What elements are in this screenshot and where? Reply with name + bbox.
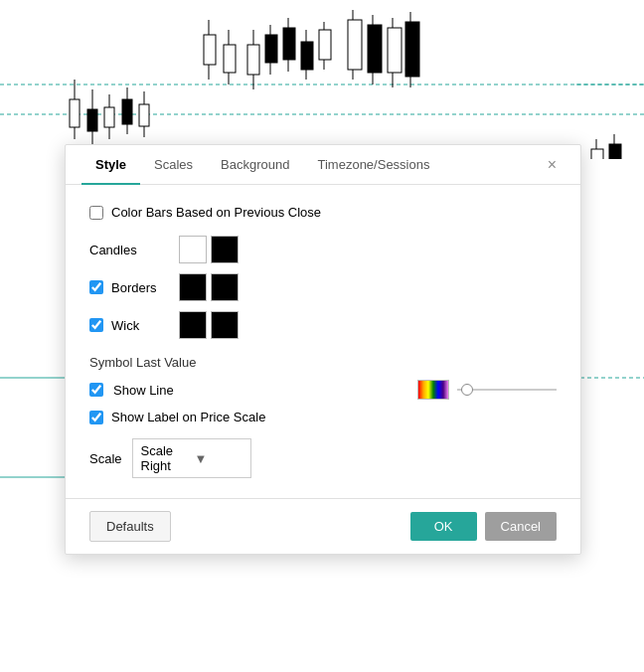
- candles-label-col: Candles: [89, 243, 179, 257]
- svg-rect-32: [388, 28, 402, 73]
- borders-swatches: [179, 273, 239, 301]
- show-line-label[interactable]: Show Line: [113, 383, 174, 398]
- candles-label: Candles: [89, 243, 137, 257]
- close-button[interactable]: ×: [540, 149, 564, 181]
- borders-label-col: Borders: [89, 280, 179, 295]
- show-label-row: Show Label on Price Scale: [89, 410, 557, 424]
- svg-rect-13: [204, 35, 216, 65]
- scale-value: Scale Right: [141, 443, 189, 473]
- opacity-slider[interactable]: [457, 389, 557, 391]
- borders-label[interactable]: Borders: [111, 280, 157, 295]
- scale-label: Scale: [89, 451, 122, 466]
- rainbow-color-swatch[interactable]: [417, 380, 449, 400]
- tab-timezone[interactable]: Timezone/Sessions: [304, 145, 444, 184]
- wick-swatches: [179, 311, 239, 339]
- svg-rect-22: [283, 28, 295, 60]
- borders-checkbox[interactable]: [89, 280, 103, 294]
- svg-rect-20: [265, 35, 277, 63]
- show-line-right-controls: [417, 380, 557, 400]
- tab-scales[interactable]: Scales: [140, 145, 207, 184]
- wick-checkbox[interactable]: [89, 318, 103, 332]
- candles-swatch-black[interactable]: [211, 236, 239, 263]
- color-bars-row: Color Bars Based on Previous Close: [89, 205, 557, 220]
- svg-rect-37: [591, 149, 603, 159]
- svg-rect-26: [319, 30, 331, 60]
- wick-swatch-black2[interactable]: [211, 311, 239, 339]
- symbol-last-value-section: Symbol Last Value: [89, 355, 557, 370]
- svg-rect-30: [368, 25, 382, 73]
- tab-style[interactable]: Style: [81, 145, 140, 184]
- wick-swatch-black1[interactable]: [179, 311, 207, 339]
- opacity-slider-container: [457, 389, 557, 391]
- modal-body: Color Bars Based on Previous Close Candl…: [66, 185, 580, 498]
- modal-footer: Defaults OK Cancel: [66, 498, 580, 554]
- svg-rect-39: [609, 144, 621, 159]
- symbol-last-value-label: Symbol Last Value: [89, 355, 196, 370]
- color-bars-label[interactable]: Color Bars Based on Previous Close: [111, 205, 321, 220]
- candlestick-chart: [0, 0, 644, 159]
- tabs-header: Style Scales Background Timezone/Session…: [66, 145, 580, 185]
- svg-rect-7: [104, 107, 114, 127]
- svg-rect-15: [224, 45, 236, 73]
- cancel-button[interactable]: Cancel: [485, 512, 557, 541]
- svg-rect-5: [87, 109, 97, 131]
- show-line-checkbox[interactable]: [89, 383, 103, 397]
- ok-button[interactable]: OK: [410, 512, 477, 541]
- show-label-label[interactable]: Show Label on Price Scale: [111, 410, 265, 424]
- svg-rect-35: [405, 22, 419, 77]
- footer-right: OK Cancel: [410, 512, 557, 541]
- svg-rect-3: [70, 99, 80, 127]
- svg-rect-11: [139, 104, 149, 126]
- defaults-button[interactable]: Defaults: [89, 511, 171, 542]
- candles-swatch-white[interactable]: [179, 236, 207, 263]
- candles-swatches: [179, 236, 239, 263]
- borders-swatch-black1[interactable]: [179, 273, 207, 301]
- svg-rect-18: [247, 45, 259, 75]
- svg-rect-28: [348, 20, 362, 70]
- borders-row: Borders: [89, 273, 557, 301]
- color-bars-checkbox[interactable]: [89, 206, 103, 220]
- scale-row: Scale Scale Right ▼: [89, 438, 557, 478]
- wick-row: Wick: [89, 311, 557, 339]
- wick-label[interactable]: Wick: [111, 318, 139, 333]
- svg-rect-9: [122, 99, 132, 124]
- dropdown-arrow-icon: ▼: [195, 451, 242, 466]
- borders-swatch-black2[interactable]: [211, 273, 239, 301]
- wick-label-col: Wick: [89, 318, 179, 333]
- scale-dropdown[interactable]: Scale Right ▼: [132, 438, 251, 478]
- show-line-row: Show Line: [89, 380, 557, 400]
- svg-rect-24: [301, 42, 313, 70]
- show-label-checkbox[interactable]: [89, 411, 103, 424]
- candles-row: Candles: [89, 236, 557, 263]
- tab-background[interactable]: Background: [207, 145, 303, 184]
- settings-dialog: Style Scales Background Timezone/Session…: [65, 144, 581, 555]
